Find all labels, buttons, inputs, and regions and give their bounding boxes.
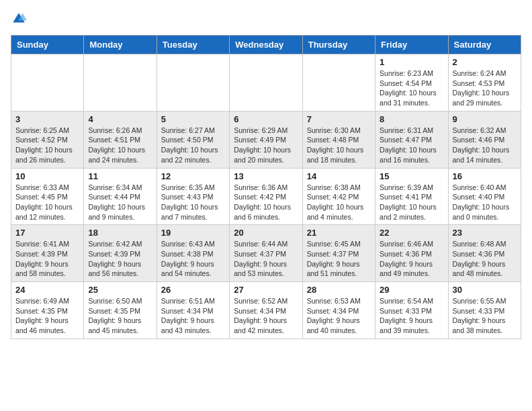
day-number: 23: [453, 228, 517, 238]
header-row: SundayMondayTuesdayWednesdayThursdayFrid…: [11, 36, 521, 54]
day-number: 18: [88, 228, 152, 238]
calendar-cell: 3Sunrise: 6:25 AMSunset: 4:52 PMDaylight…: [11, 111, 84, 168]
day-number: 3: [15, 114, 79, 124]
day-number: 14: [307, 171, 371, 181]
day-number: 17: [15, 228, 79, 238]
day-info: Sunrise: 6:43 AMSunset: 4:38 PMDaylight:…: [161, 239, 225, 279]
column-header-thursday: Thursday: [302, 36, 375, 54]
day-info: Sunrise: 6:32 AMSunset: 4:46 PMDaylight:…: [453, 126, 517, 165]
week-row-0: 1Sunrise: 6:23 AMSunset: 4:54 PMDaylight…: [11, 54, 521, 111]
calendar-cell: [230, 54, 302, 111]
week-row-1: 3Sunrise: 6:25 AMSunset: 4:52 PMDaylight…: [11, 111, 521, 168]
column-header-friday: Friday: [375, 36, 448, 54]
day-number: 7: [307, 114, 371, 124]
logo-icon: [11, 11, 27, 27]
calendar-cell: 15Sunrise: 6:39 AMSunset: 4:41 PMDayligh…: [375, 168, 448, 225]
day-number: 11: [88, 171, 152, 181]
calendar-cell: 4Sunrise: 6:26 AMSunset: 4:51 PMDaylight…: [84, 111, 157, 168]
day-info: Sunrise: 6:24 AMSunset: 4:53 PMDaylight:…: [453, 68, 517, 108]
day-info: Sunrise: 6:29 AMSunset: 4:49 PMDaylight:…: [234, 126, 298, 165]
calendar-cell: 27Sunrise: 6:52 AMSunset: 4:34 PMDayligh…: [230, 282, 302, 339]
calendar-cell: 23Sunrise: 6:48 AMSunset: 4:36 PMDayligh…: [448, 225, 521, 282]
calendar-cell: 14Sunrise: 6:38 AMSunset: 4:42 PMDayligh…: [302, 168, 375, 225]
calendar-cell: 12Sunrise: 6:35 AMSunset: 4:43 PMDayligh…: [157, 168, 229, 225]
logo: [11, 11, 30, 27]
calendar-header: SundayMondayTuesdayWednesdayThursdayFrid…: [11, 36, 521, 54]
calendar-cell: 13Sunrise: 6:36 AMSunset: 4:42 PMDayligh…: [230, 168, 302, 225]
day-info: Sunrise: 6:46 AMSunset: 4:36 PMDaylight:…: [380, 239, 443, 279]
day-number: 27: [234, 285, 298, 295]
calendar-cell: 30Sunrise: 6:55 AMSunset: 4:33 PMDayligh…: [448, 282, 521, 339]
calendar-cell: [11, 54, 84, 111]
day-number: 2: [453, 57, 517, 67]
day-number: 1: [380, 57, 443, 67]
day-number: 16: [453, 171, 517, 181]
day-info: Sunrise: 6:35 AMSunset: 4:43 PMDaylight:…: [161, 183, 225, 222]
calendar-cell: 18Sunrise: 6:42 AMSunset: 4:39 PMDayligh…: [84, 225, 157, 282]
day-info: Sunrise: 6:40 AMSunset: 4:40 PMDaylight:…: [453, 183, 517, 222]
header: [11, 11, 521, 27]
day-info: Sunrise: 6:33 AMSunset: 4:45 PMDaylight:…: [15, 183, 79, 222]
day-number: 15: [380, 171, 443, 181]
day-number: 24: [15, 285, 79, 295]
calendar-cell: 1Sunrise: 6:23 AMSunset: 4:54 PMDaylight…: [375, 54, 448, 111]
day-info: Sunrise: 6:26 AMSunset: 4:51 PMDaylight:…: [88, 126, 152, 165]
calendar-cell: 20Sunrise: 6:44 AMSunset: 4:37 PMDayligh…: [230, 225, 302, 282]
day-number: 21: [307, 228, 371, 238]
day-number: 28: [307, 285, 371, 295]
calendar-cell: 19Sunrise: 6:43 AMSunset: 4:38 PMDayligh…: [157, 225, 229, 282]
day-number: 19: [161, 228, 225, 238]
day-info: Sunrise: 6:34 AMSunset: 4:44 PMDaylight:…: [88, 183, 152, 222]
day-number: 12: [161, 171, 225, 181]
day-number: 30: [453, 285, 517, 295]
day-info: Sunrise: 6:42 AMSunset: 4:39 PMDaylight:…: [88, 239, 152, 279]
day-number: 10: [15, 171, 79, 181]
day-number: 29: [380, 285, 443, 295]
day-number: 5: [161, 114, 225, 124]
day-info: Sunrise: 6:23 AMSunset: 4:54 PMDaylight:…: [380, 68, 443, 108]
day-info: Sunrise: 6:39 AMSunset: 4:41 PMDaylight:…: [380, 183, 443, 222]
calendar-cell: 17Sunrise: 6:41 AMSunset: 4:39 PMDayligh…: [11, 225, 84, 282]
day-info: Sunrise: 6:41 AMSunset: 4:39 PMDaylight:…: [15, 239, 79, 279]
calendar-cell: 25Sunrise: 6:50 AMSunset: 4:35 PMDayligh…: [84, 282, 157, 339]
calendar-cell: 5Sunrise: 6:27 AMSunset: 4:50 PMDaylight…: [157, 111, 229, 168]
column-header-saturday: Saturday: [448, 36, 521, 54]
calendar-cell: 21Sunrise: 6:45 AMSunset: 4:37 PMDayligh…: [302, 225, 375, 282]
day-number: 13: [234, 171, 298, 181]
day-number: 25: [88, 285, 152, 295]
week-row-4: 24Sunrise: 6:49 AMSunset: 4:35 PMDayligh…: [11, 282, 521, 339]
day-info: Sunrise: 6:45 AMSunset: 4:37 PMDaylight:…: [307, 239, 371, 279]
day-info: Sunrise: 6:52 AMSunset: 4:34 PMDaylight:…: [234, 296, 298, 336]
day-number: 22: [380, 228, 443, 238]
week-row-3: 17Sunrise: 6:41 AMSunset: 4:39 PMDayligh…: [11, 225, 521, 282]
calendar-cell: 22Sunrise: 6:46 AMSunset: 4:36 PMDayligh…: [375, 225, 448, 282]
day-number: 6: [234, 114, 298, 124]
calendar-cell: 10Sunrise: 6:33 AMSunset: 4:45 PMDayligh…: [11, 168, 84, 225]
day-info: Sunrise: 6:30 AMSunset: 4:48 PMDaylight:…: [307, 126, 371, 165]
day-info: Sunrise: 6:36 AMSunset: 4:42 PMDaylight:…: [234, 183, 298, 222]
calendar-cell: 6Sunrise: 6:29 AMSunset: 4:49 PMDaylight…: [230, 111, 302, 168]
day-info: Sunrise: 6:38 AMSunset: 4:42 PMDaylight:…: [307, 183, 371, 222]
day-info: Sunrise: 6:25 AMSunset: 4:52 PMDaylight:…: [15, 126, 79, 165]
day-info: Sunrise: 6:55 AMSunset: 4:33 PMDaylight:…: [453, 296, 517, 336]
calendar-cell: [157, 54, 229, 111]
calendar-cell: 29Sunrise: 6:54 AMSunset: 4:33 PMDayligh…: [375, 282, 448, 339]
calendar-cell: 28Sunrise: 6:53 AMSunset: 4:34 PMDayligh…: [302, 282, 375, 339]
column-header-sunday: Sunday: [11, 36, 84, 54]
column-header-monday: Monday: [84, 36, 157, 54]
calendar-cell: [302, 54, 375, 111]
calendar-cell: 2Sunrise: 6:24 AMSunset: 4:53 PMDaylight…: [448, 54, 521, 111]
week-row-2: 10Sunrise: 6:33 AMSunset: 4:45 PMDayligh…: [11, 168, 521, 225]
calendar: SundayMondayTuesdayWednesdayThursdayFrid…: [11, 35, 521, 339]
day-number: 20: [234, 228, 298, 238]
column-header-tuesday: Tuesday: [157, 36, 229, 54]
day-info: Sunrise: 6:54 AMSunset: 4:33 PMDaylight:…: [380, 296, 443, 336]
day-info: Sunrise: 6:31 AMSunset: 4:47 PMDaylight:…: [380, 126, 443, 165]
day-info: Sunrise: 6:50 AMSunset: 4:35 PMDaylight:…: [88, 296, 152, 336]
column-header-wednesday: Wednesday: [230, 36, 302, 54]
day-number: 26: [161, 285, 225, 295]
calendar-cell: 24Sunrise: 6:49 AMSunset: 4:35 PMDayligh…: [11, 282, 84, 339]
day-info: Sunrise: 6:53 AMSunset: 4:34 PMDaylight:…: [307, 296, 371, 336]
calendar-cell: 16Sunrise: 6:40 AMSunset: 4:40 PMDayligh…: [448, 168, 521, 225]
day-number: 9: [453, 114, 517, 124]
